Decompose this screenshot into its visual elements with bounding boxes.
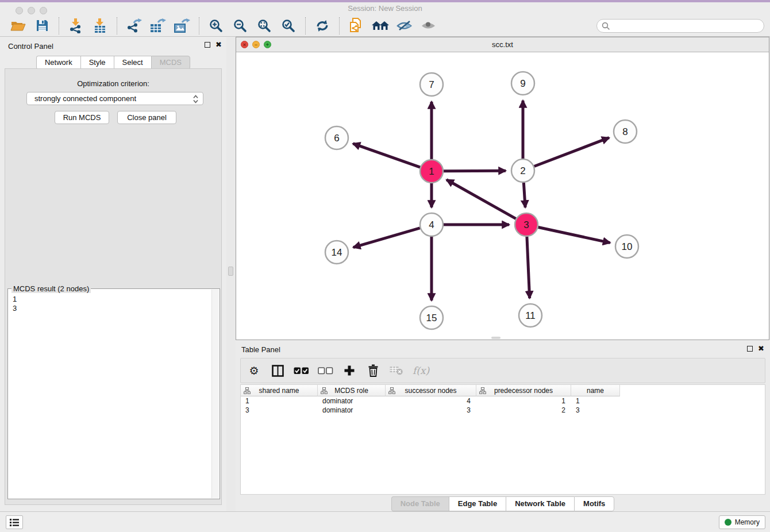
delete-table-icon[interactable] — [389, 362, 404, 379]
graph-node-label-1: 1 — [429, 166, 434, 177]
graph-edge-2-8[interactable] — [534, 138, 609, 167]
table-cell-name[interactable]: 3 — [571, 406, 620, 415]
search-field[interactable] — [596, 19, 764, 33]
hide-selected-icon[interactable] — [395, 17, 414, 35]
new-network-from-selection-icon[interactable] — [346, 17, 366, 35]
table-toolbar: ⚙ f(x) — [240, 358, 765, 383]
apply-layout-icon[interactable] — [313, 17, 332, 35]
export-image-icon[interactable] — [172, 17, 192, 35]
import-table-icon[interactable] — [90, 17, 110, 35]
table-tab-network-table[interactable]: Network Table — [506, 496, 574, 511]
table-cell-predecessor-nodes[interactable]: 2 — [476, 406, 571, 415]
first-neighbors-icon[interactable] — [371, 17, 390, 35]
node-table: shared nameMCDS rolesuccessor nodesprede… — [240, 384, 765, 495]
table-panel-title: Table Panel — [241, 345, 280, 354]
network-close-button[interactable]: × — [241, 41, 248, 48]
function-builder-icon[interactable]: f(x) — [413, 362, 429, 379]
table-cell-shared-name[interactable]: 1 — [241, 396, 318, 406]
graph-node-label-8: 8 — [622, 126, 627, 137]
save-session-icon[interactable] — [32, 17, 52, 35]
table-tab-edge-table[interactable]: Edge Table — [449, 496, 506, 511]
window-minimize-button[interactable] — [28, 7, 35, 14]
control-panel-tab-network[interactable]: Network — [36, 56, 80, 70]
graph-edge-2-3[interactable] — [523, 183, 525, 207]
memory-button[interactable]: Memory — [719, 515, 765, 529]
table-cell-successor-nodes[interactable]: 4 — [386, 396, 476, 406]
show-all-icon[interactable] — [419, 17, 438, 35]
zoom-out-icon[interactable] — [230, 17, 250, 35]
graph-node-label-7: 7 — [429, 79, 434, 90]
zoom-selected-icon[interactable] — [279, 17, 298, 35]
close-panel-button[interactable]: Close panel — [117, 111, 176, 124]
close-panel-icon[interactable]: ✖ — [215, 42, 222, 48]
graph-edge-1-2[interactable] — [444, 171, 506, 171]
run-mcds-button[interactable]: Run MCDS — [55, 111, 109, 124]
window-zoom-button[interactable] — [40, 7, 47, 14]
float-table-panel-icon[interactable] — [747, 346, 753, 352]
close-table-panel-icon[interactable]: ✖ — [758, 346, 764, 352]
canvas-grip[interactable] — [491, 337, 500, 339]
column-header-mcds-role[interactable]: MCDS role — [318, 385, 386, 396]
network-window-titlebar: × − + scc.txt — [236, 37, 769, 52]
column-header-label: successor nodes — [405, 387, 456, 395]
vertical-splitter[interactable] — [226, 37, 236, 511]
table-row[interactable]: 3dominator323 — [241, 406, 765, 415]
table-cell-shared-name[interactable]: 3 — [241, 406, 318, 415]
column-header-label: shared name — [259, 387, 299, 395]
network-window: × − + scc.txt 7968124314101511 — [236, 37, 769, 340]
graph-node-label-14: 14 — [332, 247, 342, 258]
criterion-value: strongly connected component — [34, 94, 136, 103]
control-panel-tab-select[interactable]: Select — [114, 56, 151, 70]
table-cell-mcds-role[interactable]: dominator — [318, 396, 386, 406]
graph-edge-1-6[interactable] — [353, 144, 420, 167]
table-tab-motifs[interactable]: Motifs — [574, 496, 614, 511]
toolbar-separator — [305, 17, 306, 34]
memory-status-icon — [725, 519, 732, 526]
pane-mode-icon[interactable] — [270, 362, 285, 379]
column-header-predecessor-nodes[interactable]: predecessor nodes — [476, 385, 571, 396]
search-icon — [602, 22, 610, 30]
table-cell-predecessor-nodes[interactable]: 1 — [476, 396, 571, 406]
delete-columns-icon[interactable] — [365, 362, 380, 379]
zoom-in-icon[interactable] — [206, 17, 226, 35]
control-panel: Control Panel ✖ NetworkStyleSelectMCDS O… — [0, 37, 226, 511]
table-cell-mcds-role[interactable]: dominator — [318, 406, 386, 415]
list-icon — [9, 518, 20, 527]
network-minimize-button[interactable]: − — [252, 41, 260, 48]
import-network-icon[interactable] — [66, 17, 86, 35]
control-panel-tab-style[interactable]: Style — [80, 56, 114, 70]
column-header-name[interactable]: name — [571, 385, 620, 396]
network-canvas[interactable]: 7968124314101511 — [236, 52, 769, 340]
control-panel-tab-mcds[interactable]: MCDS — [151, 56, 190, 70]
graph-edge-3-11[interactable] — [527, 237, 530, 298]
column-header-shared-name[interactable]: shared name — [241, 385, 318, 396]
table-tab-node-table[interactable]: Node Table — [391, 496, 449, 511]
graph-edge-4-14[interactable] — [353, 228, 420, 248]
control-panel-tabs: NetworkStyleSelectMCDS — [0, 56, 226, 70]
deselect-all-columns-icon[interactable] — [318, 362, 333, 379]
mcds-result-text[interactable]: 1 3 — [13, 295, 17, 313]
window-close-button[interactable] — [16, 7, 23, 14]
splitter-handle[interactable] — [228, 267, 233, 276]
table-settings-icon[interactable]: ⚙ — [247, 362, 261, 379]
criterion-select[interactable]: strongly connected component — [26, 92, 203, 105]
task-history-button[interactable] — [6, 515, 23, 529]
select-all-columns-icon[interactable] — [294, 362, 309, 379]
export-table-icon[interactable] — [148, 17, 168, 35]
add-column-icon[interactable] — [342, 362, 357, 379]
result-scrollbar[interactable] — [211, 290, 219, 498]
table-cell-name[interactable]: 1 — [571, 396, 620, 406]
graph-edge-3-10[interactable] — [538, 227, 610, 242]
network-zoom-button[interactable]: + — [264, 41, 271, 48]
graph-node-label-3: 3 — [523, 219, 529, 230]
float-panel-icon[interactable] — [205, 42, 210, 48]
table-row[interactable]: 1dominator411 — [241, 396, 765, 406]
column-header-successor-nodes[interactable]: successor nodes — [386, 385, 476, 396]
control-panel-header: Control Panel ✖ — [0, 37, 226, 55]
table-cell-successor-nodes[interactable]: 3 — [386, 406, 476, 415]
column-header-label: name — [587, 387, 604, 395]
export-network-icon[interactable] — [124, 17, 144, 35]
zoom-fit-icon[interactable] — [255, 17, 274, 35]
graph-edge-3-1[interactable] — [446, 180, 516, 219]
open-session-icon[interactable] — [8, 17, 28, 35]
